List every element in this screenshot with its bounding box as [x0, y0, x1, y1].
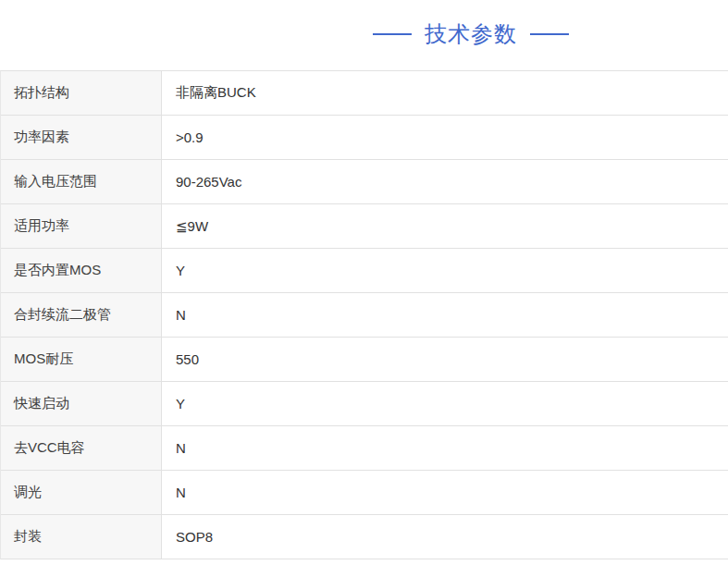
table-row: 封装SOP8 — [1, 515, 728, 559]
spec-label: MOS耐压 — [1, 338, 162, 381]
table-row: 合封续流二极管N — [1, 293, 728, 338]
table-row: 适用功率≦9W — [1, 204, 728, 249]
table-row: 功率因素>0.9 — [1, 116, 728, 160]
spec-value: Y — [162, 249, 728, 292]
title-dash-left-icon — [373, 33, 412, 35]
spec-label: 快速启动 — [1, 382, 162, 425]
spec-value: N — [162, 293, 728, 337]
spec-label: 去VCC电容 — [1, 426, 162, 470]
spec-value: ≦9W — [162, 204, 728, 248]
spec-label: 调光 — [1, 471, 162, 514]
spec-value: N — [162, 426, 728, 470]
spec-value: 非隔离BUCK — [162, 71, 728, 115]
spec-value: Y — [162, 382, 728, 425]
spec-table: 拓扑结构非隔离BUCK功率因素>0.9输入电压范围90-265Vac适用功率≦9… — [0, 70, 728, 559]
spec-label: 合封续流二极管 — [1, 293, 162, 337]
spec-label: 拓扑结构 — [1, 71, 162, 115]
section-title: 技术参数 — [373, 22, 569, 46]
table-row: 调光N — [1, 471, 728, 515]
table-row: 拓扑结构非隔离BUCK — [1, 71, 728, 116]
table-row: MOS耐压550 — [1, 338, 728, 382]
section-title-text: 技术参数 — [425, 22, 517, 46]
spec-value: SOP8 — [162, 515, 728, 559]
table-row: 输入电压范围90-265Vac — [1, 160, 728, 204]
spec-label: 适用功率 — [1, 204, 162, 248]
table-row: 快速启动Y — [1, 382, 728, 426]
spec-label: 封装 — [1, 515, 162, 559]
spec-value: >0.9 — [162, 116, 728, 159]
spec-value: 550 — [162, 338, 728, 381]
spec-value: 90-265Vac — [162, 160, 728, 203]
spec-label: 是否内置MOS — [1, 249, 162, 292]
spec-label: 功率因素 — [1, 116, 162, 159]
table-row: 是否内置MOSY — [1, 249, 728, 293]
table-row: 去VCC电容N — [1, 426, 728, 471]
spec-label: 输入电压范围 — [1, 160, 162, 203]
spec-value: N — [162, 471, 728, 514]
title-dash-right-icon — [530, 33, 569, 35]
